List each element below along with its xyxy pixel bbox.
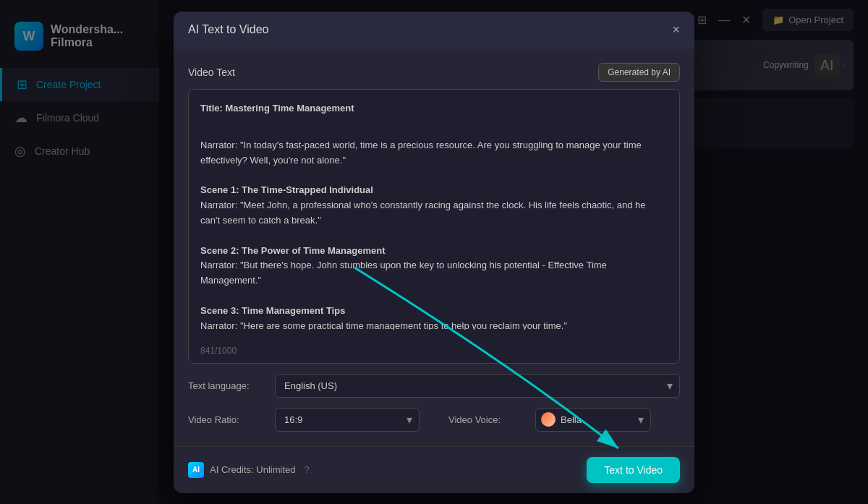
video-ratio-select-wrapper: 16:9 9:16 1:1 ▾ [275,408,420,432]
video-ratio-label: Video Ratio: [188,414,260,425]
text-language-select[interactable]: English (US) [275,374,680,398]
video-text-area[interactable]: Title: Mastering Time Management Narrato… [188,89,680,364]
video-voice-select-wrapper: Bella ▾ [535,408,651,432]
text-language-row: Text language: English (US) ▾ [188,374,680,398]
ai-text-to-video-dialog: AI Text to Video × Video Text Generated … [174,12,694,493]
video-text-label-row: Video Text Generated by AI [188,63,680,82]
ai-credits-icon: AI [188,462,204,478]
dialog-header: AI Text to Video × [174,12,694,48]
dialog-title: AI Text to Video [188,23,268,36]
scene2: Scene 2: The Power of Time ManagementNar… [200,244,668,289]
video-ratio-select[interactable]: 16:9 9:16 1:1 [275,408,420,432]
help-icon[interactable]: ? [304,464,309,475]
text-content: Title: Mastering Time Management Narrato… [200,101,668,330]
video-voice-section: Video Voice: Bella ▾ [448,408,651,432]
video-ratio-voice-row: Video Ratio: 16:9 9:16 1:1 ▾ Video Voice… [188,408,680,432]
video-voice-label: Video Voice: [448,414,521,425]
dialog-footer: AI AI Credits: Unlimited ? Text to Video [174,446,694,493]
generated-by-ai-button[interactable]: Generated by AI [598,63,680,82]
voice-avatar-icon [541,412,556,427]
text-language-select-wrapper: English (US) ▾ [275,374,680,398]
scene1-title: Scene 1: The Time-Strapped IndividualNar… [200,183,668,228]
narrator-intro: Narrator: "In today's fast-paced world, … [200,138,668,168]
text-language-label: Text language: [188,380,260,391]
char-count: 841/1000 [200,346,237,356]
credits-label: AI Credits: Unlimited [210,464,295,475]
dialog-close-button[interactable]: × [672,23,680,36]
text-title: Title: Mastering Time Management [200,101,668,116]
scene3: Scene 3: Time Management TipsNarrator: "… [200,304,668,330]
dialog-body: Video Text Generated by AI Title: Master… [174,48,694,446]
video-text-label: Video Text [188,67,235,78]
text-to-video-button[interactable]: Text to Video [587,457,680,483]
credits-info: AI AI Credits: Unlimited ? [188,462,310,478]
